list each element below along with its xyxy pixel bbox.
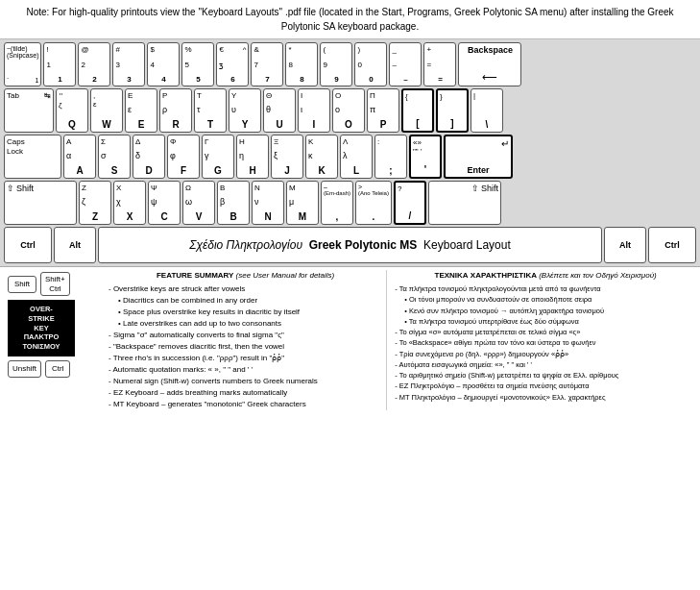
key-z[interactable]: Ζ ζ Z (79, 181, 111, 225)
key-o[interactable]: Ο ο O (332, 88, 365, 133)
tech-item-1c: • Τα πλήκτρα τονισμού υπερτρίθανε έως δύ… (395, 316, 696, 327)
legend-key-ctrl[interactable]: Ctrl (45, 360, 70, 378)
key-l[interactable]: Λ λ L (340, 135, 373, 179)
feature-item-7: - EZ Keyboard – adds breathing marks aut… (109, 387, 382, 399)
key-7[interactable]: &7 7 (251, 42, 283, 86)
key-h[interactable]: Η η H (236, 135, 269, 179)
key-rbracket[interactable]: } ] (436, 88, 469, 133)
feature-item-6: - Numeral sign (Shift-w) converts number… (109, 376, 382, 387)
feature-item-1c: • Late overstrikes can add up to two con… (109, 318, 382, 330)
key-backspace[interactable]: Backspace ⟵ (458, 42, 521, 86)
key-alt-right[interactable]: Alt (604, 227, 646, 263)
key-c[interactable]: Ψ ψ C (148, 181, 181, 225)
key-s[interactable]: Σ σ S (98, 135, 131, 179)
feature-item-3: - "Backspace" removes diacritic first, t… (109, 341, 382, 353)
legend-row-shift: Shift Shift+Ctrl (8, 272, 101, 296)
overstrike-box[interactable]: OVER-STRIKEKEYΠΑΛΚΤΡΟΤΟΝΙΣΜΟΥ (8, 300, 75, 356)
tech-features-title: ΤΕΧΝΙΚΑ ΧΑΡΑΚΤΗΡΙΣΤΙΚΑ (Βλέπετε και τον … (395, 270, 696, 282)
key-rshift[interactable]: ⇧Shift (428, 181, 501, 225)
key-i[interactable]: Ι ι I (298, 88, 330, 133)
tech-item-1b: • Κενό συν πλήκτρο τονισμού → αυτόπλη χα… (395, 306, 696, 316)
key-3[interactable]: #3 3 (112, 42, 145, 86)
keyboard-area: ~(tilde)(Snipcase) `1 !1 1 @2 2 #3 3 $4 … (0, 39, 700, 267)
key-0[interactable]: )0 0 (354, 42, 387, 86)
tech-item-5: - Αυτόματα εισαγωγικά σημεία: «», " " κα… (395, 359, 696, 370)
tech-item-8: - ΜΤ Πληκτρολόγιο – δημιουργεί «μονοτονι… (395, 392, 696, 403)
key-equals[interactable]: += = (423, 42, 456, 86)
features-right-col: ΤΕΧΝΙΚΑ ΧΑΡΑΚΤΗΡΙΣΤΙΚΑ (Βλέπετε και τον … (391, 270, 696, 410)
legend-key-shift[interactable]: Shift (8, 276, 36, 293)
key-row-4: ⇧Shift Ζ ζ Z Χ χ X Ψ ψ C Ω ω V Β β (4, 181, 696, 225)
key-comma[interactable]: –(Em-dash) , (321, 181, 353, 225)
feature-item-1a: • Diacritics can be combined in any orde… (109, 295, 382, 307)
key-6[interactable]: €^ ʒ 6 (216, 42, 249, 86)
key-semicolon[interactable]: : ; (374, 135, 407, 179)
key-5[interactable]: %5 5 (181, 42, 214, 86)
feature-item-1: - Overstrike keys are struck after vowel… (109, 283, 382, 295)
key-slash[interactable]: ? / (394, 181, 426, 225)
key-ctrl-right[interactable]: Ctrl (648, 227, 696, 263)
feature-item-8: - MT Keyboard – generates "monotonic" Gr… (109, 399, 382, 410)
key-f[interactable]: Φ φ F (167, 135, 200, 179)
key-q[interactable]: ˈˈζ Q (56, 88, 88, 133)
key-tilde[interactable]: ~(tilde)(Snipcase) `1 (4, 42, 41, 86)
key-2[interactable]: @2 2 (78, 42, 110, 86)
key-backslash[interactable]: | \ (471, 88, 503, 133)
key-n[interactable]: Ν ν N (252, 181, 284, 225)
key-1[interactable]: !1 1 (43, 42, 76, 86)
key-u[interactable]: Θ θ U (263, 88, 296, 133)
key-row-3: CapsLock Α α A Σ σ S Δ δ D Φ φ F Γ γ (4, 135, 696, 179)
key-capslock[interactable]: CapsLock (4, 135, 61, 179)
layout-name-bar: Σχέδιο Πληκτρολογίου Greek Polytonic MS … (98, 227, 602, 263)
key-p[interactable]: Π π P (367, 88, 399, 133)
tech-item-1a: • Οι τόνοι μπορούν να συνδυαστούν σε οπο… (395, 294, 696, 305)
key-9[interactable]: (9 9 (320, 42, 352, 86)
tech-item-7: - ΕΖ Πληκτρολόγιο – προσθέτει τα σημεία … (395, 381, 696, 391)
tech-item-2: - Το σίγμα «σ» αυτόματα μετατρέπεται σε … (395, 327, 696, 337)
note-bar: Note: For high-quality printouts view th… (0, 0, 700, 39)
key-quote[interactable]: «»"" ' ' (409, 135, 442, 179)
key-v[interactable]: Ω ω V (182, 181, 215, 225)
key-minus[interactable]: _– – (389, 42, 422, 86)
legend-row-unshift: Unshift Ctrl (8, 360, 101, 378)
feature-item-5: - Automatic quotation marks: « », " " an… (109, 364, 382, 376)
key-8[interactable]: *8 8 (285, 42, 318, 86)
key-b[interactable]: Β β B (217, 181, 250, 225)
key-row-2: Tab↹ ˈˈζ Q ,ε W Ε ε E Ρ ρ R Τ τ T (4, 88, 696, 133)
bottom-info-section: Shift Shift+Ctrl OVER-STRIKEKEYΠΑΛΚΤΡΟΤΟ… (0, 267, 700, 413)
legend-key-shiftctrl[interactable]: Shift+Ctrl (40, 272, 70, 296)
key-t[interactable]: Τ τ T (194, 88, 227, 133)
key-ctrl-left[interactable]: Ctrl (4, 227, 52, 263)
key-k[interactable]: Κ κ K (305, 135, 338, 179)
note-text: Note: For high-quality printouts view th… (26, 7, 673, 32)
key-lshift[interactable]: ⇧Shift (4, 181, 77, 225)
key-d[interactable]: Δ δ D (133, 135, 165, 179)
key-g[interactable]: Γ γ G (202, 135, 234, 179)
tech-item-1: - Τα πλήκτρα τονισμού πληκτρολογούνται μ… (395, 283, 696, 294)
key-e[interactable]: Ε ε E (125, 88, 157, 133)
feature-item-2: - Sigma "σ" automatically converts to fi… (109, 330, 382, 341)
key-y[interactable]: Υ υ Y (229, 88, 261, 133)
tech-item-3: - Το «Backspace» αθίγει πρώτα τον τόνο κ… (395, 337, 696, 348)
key-w[interactable]: ,ε W (90, 88, 123, 133)
legend-left: Shift Shift+Ctrl OVER-STRIKEKEYΠΑΛΚΤΡΟΤΟ… (4, 270, 105, 410)
feature-item-4: - Three rho's in succession (i.e. "ρρρ")… (109, 353, 382, 364)
key-tab[interactable]: Tab↹ (4, 88, 54, 133)
key-x[interactable]: Χ χ X (113, 181, 146, 225)
key-row-5: Ctrl Alt Σχέδιο Πληκτρολογίου Greek Poly… (4, 227, 696, 263)
key-enter[interactable]: ↵ Enter (444, 135, 513, 179)
key-period[interactable]: >(Ano Teleia) . (355, 181, 392, 225)
feature-item-1b: • Space plus overstrike key results in d… (109, 307, 382, 318)
key-alt-left[interactable]: Alt (54, 227, 96, 263)
key-j[interactable]: Ξ ξ J (271, 135, 303, 179)
features-left-col: FEATURE SUMMARY (see User Manual for det… (109, 270, 387, 410)
key-lbracket[interactable]: { [ (401, 88, 434, 133)
key-4[interactable]: $4 4 (147, 42, 180, 86)
key-r[interactable]: Ρ ρ R (159, 88, 192, 133)
key-a[interactable]: Α α A (63, 135, 96, 179)
tech-item-4: - Τρία συνεχόμενα ρο (δηλ. «ρρρ») δημιου… (395, 349, 696, 359)
tech-item-6: - Το αριθμητικό σημείο (Shift-w) μετατρέ… (395, 370, 696, 381)
legend-key-unshift[interactable]: Unshift (8, 360, 41, 378)
features-title: FEATURE SUMMARY (see User Manual for det… (109, 270, 382, 282)
key-m[interactable]: Μ μ M (286, 181, 319, 225)
